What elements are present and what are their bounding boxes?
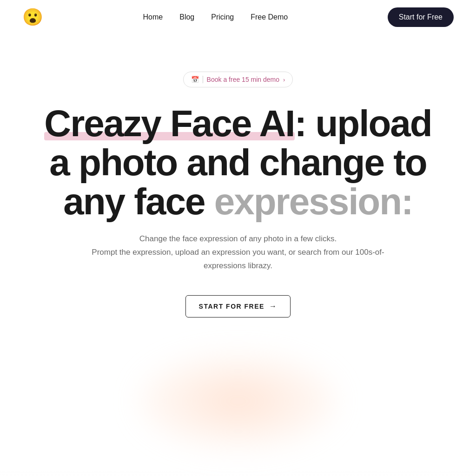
logo-icon: 😮 [22,9,43,26]
nav-start-free-button[interactable]: Start for Free [388,7,454,27]
nav-item-blog[interactable]: Blog [179,13,194,21]
hero-subtext-line2: Prompt the expression, upload an express… [92,248,384,270]
nav-item-free-demo[interactable]: Free Demo [251,13,288,21]
heading-part3: expression: [214,181,413,222]
hero-subtext-line1: Change the face expression of any photo … [139,234,337,243]
nav-link-free-demo[interactable]: Free Demo [251,13,288,21]
hero-cta-label: START FOR FREE [199,303,264,310]
nav-links: Home Blog Pricing Free Demo [143,13,288,21]
nav-item-home[interactable]: Home [143,13,163,21]
navbar: 😮 Home Blog Pricing Free Demo Start for … [0,0,476,34]
hero-section: 📅 Book a free 15 min demo › Creazy Face … [0,34,476,466]
badge-link[interactable]: Book a free 15 min demo [207,76,279,83]
badge-calendar-icon: 📅 [191,76,199,83]
hero-heading: Creazy Face AI: upload a photo and chang… [38,104,438,221]
chevron-right-icon: › [283,76,285,83]
heading-brand-name: Creazy Face AI [44,104,294,143]
nav-link-home[interactable]: Home [143,13,163,21]
nav-item-pricing[interactable]: Pricing [211,13,234,21]
arrow-right-icon: → [269,302,278,311]
nav-link-blog[interactable]: Blog [179,13,194,21]
below-fold [0,466,476,476]
hero-start-free-button[interactable]: START FOR FREE → [185,295,291,317]
demo-badge[interactable]: 📅 Book a free 15 min demo › [183,72,293,87]
gradient-blob [140,355,336,448]
hero-subtext: Change the face expression of any photo … [80,232,396,273]
nav-link-pricing[interactable]: Pricing [211,13,234,21]
hero-visual [117,345,359,448]
logo[interactable]: 😮 [22,9,43,26]
badge-separator [203,76,203,83]
